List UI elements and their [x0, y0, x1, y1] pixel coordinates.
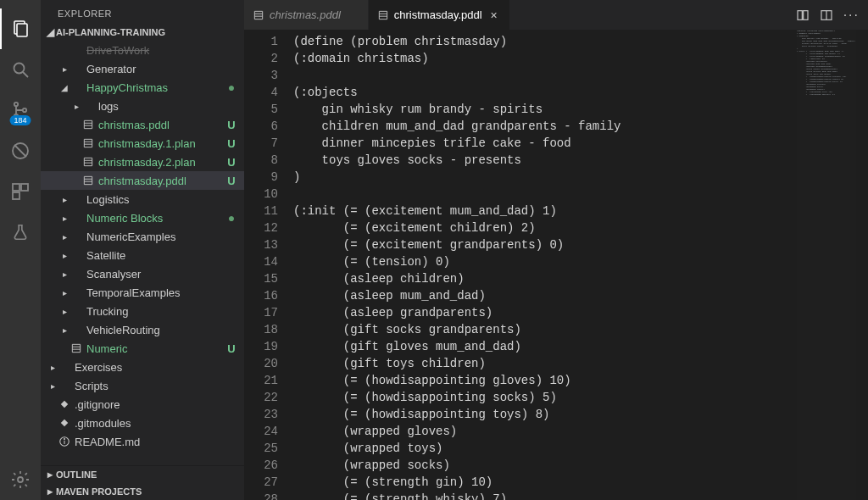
svg-rect-10: [21, 184, 28, 191]
folder-icon: [70, 62, 83, 75]
tree-item[interactable]: christmasday.1.planU: [41, 134, 244, 153]
tree-item[interactable]: ▸Exercises: [41, 358, 244, 376]
split-editor-icon[interactable]: [820, 8, 833, 22]
tree-item[interactable]: ▸Generator: [41, 59, 244, 78]
tree-item[interactable]: ▸Numeric Blocks●: [41, 208, 244, 227]
tree-label: Numeric Blocks: [86, 212, 225, 225]
folder-icon: [81, 99, 95, 113]
tree-item[interactable]: README.md: [41, 432, 244, 451]
svg-rect-9: [13, 184, 19, 191]
folder-icon: [70, 304, 83, 318]
tab-actions: ···: [787, 0, 868, 30]
panel-label: OUTLINE: [56, 469, 97, 480]
svg-rect-11: [13, 192, 19, 199]
svg-point-4: [14, 103, 18, 106]
tree-label: .gitignore: [75, 398, 225, 411]
tree-item[interactable]: ▸Satellite: [41, 246, 244, 264]
svg-line-8: [14, 145, 26, 157]
chevron-down-icon: ◢: [44, 26, 56, 38]
tree-item[interactable]: .gitmodules: [41, 414, 244, 432]
tree-label: Exercises: [75, 361, 225, 374]
source-control-icon[interactable]: 184: [0, 90, 41, 131]
editor-area: christmas.pddlchristmasday.pddl× ··· 123…: [244, 0, 868, 500]
code-editor[interactable]: 1234567891011121314151617181920212223242…: [244, 30, 868, 500]
more-icon[interactable]: ···: [843, 8, 860, 23]
file-tree: DriveToWork▸Generator◢HappyChristmas●▸lo…: [41, 41, 244, 465]
search-icon[interactable]: [0, 49, 41, 90]
tree-item[interactable]: ◢HappyChristmas●: [41, 78, 244, 97]
activity-bar: 184: [0, 0, 41, 500]
tree-item[interactable]: ▸Logistics: [41, 190, 244, 208]
close-icon[interactable]: ×: [487, 8, 501, 22]
tree-item[interactable]: ▸VehicleRouting: [41, 320, 244, 339]
tree-label: Numeric: [86, 342, 225, 355]
file-icon: [81, 118, 95, 131]
tree-item[interactable]: ▸TemporalExamples: [41, 283, 244, 302]
tree-item[interactable]: ▸Trucking: [41, 302, 244, 320]
tree-label: Logistics: [86, 193, 225, 206]
tree-item[interactable]: christmas.pddlU: [41, 115, 244, 134]
tree-label: christmasday.2.plan: [98, 156, 225, 169]
tree-label: christmasday.pddl: [98, 175, 225, 187]
editor-tab[interactable]: christmas.pddl: [244, 0, 369, 30]
tree-item[interactable]: christmasday.pddlU: [41, 171, 244, 190]
diamond-icon: [58, 397, 71, 411]
debug-icon[interactable]: [0, 131, 41, 171]
settings-icon[interactable]: [0, 459, 41, 500]
tree-item[interactable]: christmasday.2.planU: [41, 153, 244, 171]
panel-header[interactable]: ▸MAVEN PROJECTS: [41, 483, 244, 500]
folder-icon: [70, 211, 83, 225]
sidebar: EXPLORER ◢ AI-PLANNING-TRAINING DriveToW…: [41, 0, 244, 500]
tree-label: Generator: [86, 63, 225, 75]
file-icon: [81, 136, 95, 150]
info-icon: [58, 435, 71, 448]
project-name: AI-PLANNING-TRAINING: [56, 27, 165, 37]
svg-rect-18: [798, 10, 802, 19]
tree-label: Satellite: [86, 249, 225, 262]
tree-label: VehicleRouting: [86, 324, 225, 336]
tab-label: christmas.pddl: [270, 8, 341, 21]
tree-label: HappyChristmas: [86, 81, 225, 94]
explorer-icon[interactable]: [0, 8, 41, 49]
tree-item[interactable]: ▸Scripts: [41, 376, 244, 395]
tab-bar: christmas.pddlchristmasday.pddl× ···: [244, 0, 868, 30]
editor-tab[interactable]: christmasday.pddl×: [369, 0, 510, 30]
tree-label: christmasday.1.plan: [98, 137, 225, 150]
tree-item[interactable]: ▸logs: [41, 97, 244, 115]
tree-item[interactable]: ▸Scanalyser: [41, 264, 244, 283]
test-icon[interactable]: [0, 212, 41, 253]
folder-icon: [58, 360, 71, 374]
tab-label: christmasday.pddl: [394, 8, 482, 21]
code-content[interactable]: (define (problem christmasday)(:domain c…: [293, 30, 868, 500]
tree-item[interactable]: NumericU: [41, 339, 244, 358]
tree-item[interactable]: .gitignore: [41, 395, 244, 414]
project-header[interactable]: ◢ AI-PLANNING-TRAINING: [41, 24, 244, 41]
folder-icon: [70, 43, 83, 57]
folder-icon: [58, 379, 71, 392]
svg-rect-14: [61, 419, 68, 426]
extensions-icon[interactable]: [0, 171, 41, 212]
tree-label: christmas.pddl: [98, 119, 225, 131]
svg-point-12: [18, 477, 23, 482]
compare-icon[interactable]: [796, 8, 810, 22]
file-icon: [377, 9, 389, 21]
file-icon: [81, 155, 95, 169]
tree-label: Trucking: [86, 305, 225, 318]
tree-label: DriveToWork: [86, 44, 225, 57]
sidebar-title: EXPLORER: [41, 0, 244, 24]
svg-rect-19: [803, 10, 807, 19]
tree-item[interactable]: DriveToWork: [41, 41, 244, 59]
tree-item[interactable]: ▸NumericExamples: [41, 227, 244, 246]
file-icon: [70, 342, 83, 355]
file-icon: [253, 9, 264, 21]
folder-icon: [70, 192, 83, 206]
tree-label: NumericExamples: [86, 231, 225, 243]
panel-label: MAVEN PROJECTS: [56, 486, 142, 497]
tree-label: logs: [98, 100, 225, 113]
svg-point-17: [64, 439, 65, 440]
folder-icon: [70, 286, 83, 299]
tree-label: Scripts: [75, 380, 225, 392]
folder-icon: [70, 230, 83, 243]
line-gutter: 1234567891011121314151617181920212223242…: [244, 30, 293, 500]
panel-header[interactable]: ▸OUTLINE: [41, 466, 244, 483]
